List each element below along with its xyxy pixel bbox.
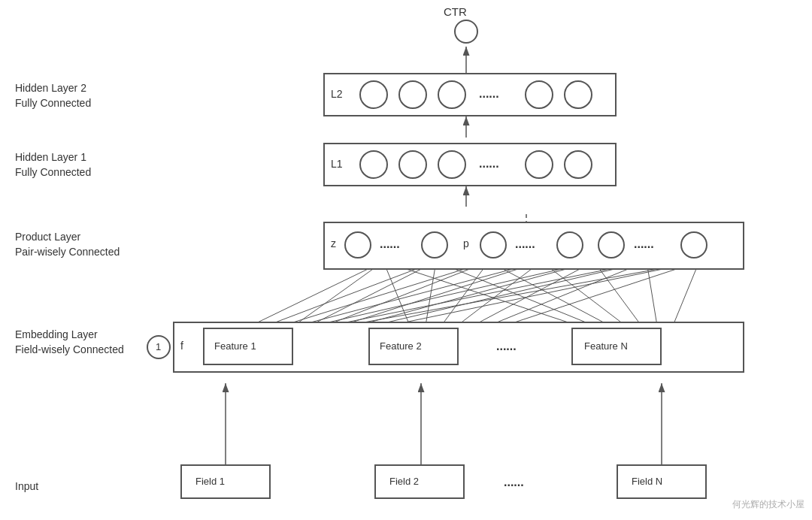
input-layer-label: Input bbox=[15, 479, 38, 494]
field-dots: ...... bbox=[504, 476, 524, 489]
l2-label: L2 bbox=[331, 88, 343, 100]
hidden2-layer-label: Hidden Layer 2Fully Connected bbox=[15, 81, 91, 110]
l1-circle-5 bbox=[564, 150, 592, 179]
hidden1-layer-label: Hidden Layer 1Fully Connected bbox=[15, 150, 91, 180]
feature-dots: ...... bbox=[496, 340, 517, 353]
product-z-circle-1 bbox=[344, 231, 371, 258]
diagram-container: CTR L2 ...... Hidden Layer 2Fully Connec… bbox=[0, 0, 812, 520]
l1-circle-2 bbox=[398, 150, 427, 179]
l1-circle-4 bbox=[525, 150, 553, 179]
f-label: f bbox=[180, 340, 183, 352]
product-p-circle-1 bbox=[480, 231, 507, 258]
field2-box bbox=[374, 464, 465, 499]
l2-circle-2 bbox=[398, 80, 427, 109]
l2-circle-4 bbox=[525, 80, 553, 109]
product-z-dots: ...... bbox=[380, 237, 400, 251]
l2-dots: ...... bbox=[479, 87, 499, 101]
l1-circle-3 bbox=[438, 150, 466, 179]
product-p-circle-2 bbox=[556, 231, 583, 258]
product-z-circle-2 bbox=[421, 231, 448, 258]
l1-dots: ...... bbox=[479, 157, 499, 171]
l1-circle-1 bbox=[359, 150, 388, 179]
field1-label: Field 1 bbox=[195, 476, 225, 487]
ctr-circle bbox=[454, 20, 478, 44]
product-p-dots: ...... bbox=[515, 237, 535, 251]
p-label: p bbox=[463, 237, 469, 249]
fieldN-label: Field N bbox=[632, 476, 662, 487]
l2-circle-3 bbox=[438, 80, 466, 109]
product-p-circle-3 bbox=[598, 231, 625, 258]
ctr-label: CTR bbox=[444, 4, 467, 20]
field2-label: Field 2 bbox=[389, 476, 419, 487]
z-label: z bbox=[331, 237, 336, 249]
l2-circle-5 bbox=[564, 80, 592, 109]
feature2-label: Feature 2 bbox=[380, 340, 422, 352]
featureN-label: Feature N bbox=[584, 340, 628, 352]
bias-label: 1 bbox=[156, 341, 161, 352]
product-p-dots2: ...... bbox=[634, 237, 654, 251]
embedding-layer-label: Embedding LayerField-wisely Connected bbox=[15, 328, 124, 357]
product-layer-label: Product LayerPair-wisely Connected bbox=[15, 230, 120, 259]
field1-box bbox=[180, 464, 271, 499]
l2-circle-1 bbox=[359, 80, 388, 109]
l1-label: L1 bbox=[331, 158, 343, 170]
feature1-label: Feature 1 bbox=[214, 340, 256, 352]
watermark: 何光辉的技术小屋 bbox=[732, 498, 804, 511]
product-p-circle-4 bbox=[680, 231, 707, 258]
